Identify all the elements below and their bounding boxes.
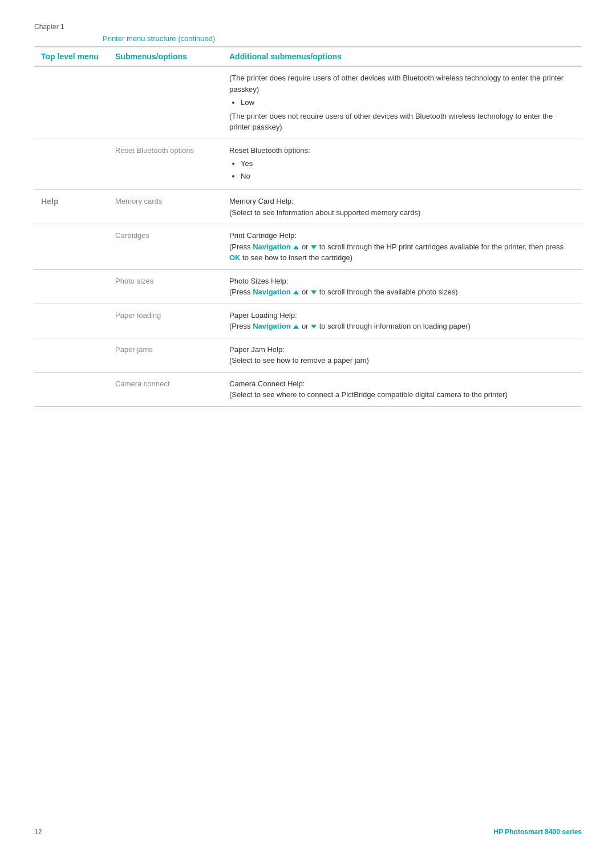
additional-cell: Memory Card Help: (Select to see informa… [222,190,582,224]
additional-sub: (Select to see where to connect a PictBr… [229,389,575,401]
table-row: Photo sizes Photo Sizes Help: (Press Nav… [34,269,582,304]
or-text: or [302,242,309,251]
page: Chapter 1 Printer menu structure (contin… [0,0,616,441]
nav-arrow-down-icon [311,245,317,249]
to-text-2: to [319,288,326,296]
additional-plain: Paper Loading Help: [229,310,575,321]
additional-cell: Paper Jam Help: (Select to see how to re… [222,338,582,372]
toplevel-cell [34,372,108,406]
submenu-cell: Cartridges [108,224,222,270]
product-name: HP Photosmart 8400 series [493,828,582,836]
additional-plain: Print Cartridge Help: [229,230,575,241]
table-title: Printer menu structure (continued) [103,34,582,43]
submenu-cell: Paper loading [108,304,222,338]
submenu-cell [108,66,222,139]
additional-nav: (Press Navigation or to scroll through t… [229,241,575,264]
nav-word-3: Navigation [253,322,290,330]
table-row: Paper jams Paper Jam Help: (Select to se… [34,338,582,372]
table-row: Reset Bluetooth options Reset Bluetooth … [34,139,582,190]
header-col1: Top level menu [34,47,108,66]
toplevel-cell: Help [34,190,108,224]
nav-arrow-up-icon-3 [293,325,299,329]
or-text-3: or [302,322,309,330]
toplevel-cell [34,66,108,139]
additional-sub: (Select to see information about support… [229,207,575,219]
menu-table: Top level menu Submenus/options Addition… [34,46,582,407]
additional-cell: Camera Connect Help: (Select to see wher… [222,372,582,406]
nav-arrow-down-icon-3 [311,325,317,329]
ok-word: OK [229,253,241,262]
submenu-cell: Reset Bluetooth options [108,139,222,190]
additional-nav3: (Press Navigation or to scroll through i… [229,321,575,332]
additional-plain: Photo Sizes Help: [229,276,575,287]
additional-cell: Print Cartridge Help: (Press Navigation … [222,224,582,270]
header-col2: Submenus/options [108,47,222,66]
page-number: 12 [34,828,42,836]
submenu-cell: Camera connect [108,372,222,406]
bullet-list: Yes No [229,158,575,181]
table-row: Cartridges Print Cartridge Help: (Press … [34,224,582,270]
chapter-label: Chapter 1 [34,23,582,31]
additional-cell: (The printer does require users of other… [222,66,582,139]
header-col3: Additional submenus/options [222,47,582,66]
footer: 12 HP Photosmart 8400 series [34,828,582,836]
additional-nav2: (Press Navigation or to scroll through t… [229,286,575,298]
additional-text-2: (The printer does not require users of o… [229,112,553,132]
toplevel-cell [34,139,108,190]
toplevel-cell [34,224,108,270]
submenu-cell: Memory cards [108,190,222,224]
list-item: Low [241,97,575,108]
additional-sub: (Select to see how to remove a paper jam… [229,355,575,366]
or-text-2: or [302,288,309,296]
nav-word-2: Navigation [253,288,290,296]
submenu-cell: Paper jams [108,338,222,372]
nav-arrow-down-icon-2 [311,290,317,294]
toplevel-cell [34,304,108,338]
bullet-list: Low [229,97,575,108]
nav-arrow-up-icon [293,245,299,249]
additional-plain: Paper Jam Help: [229,344,575,355]
to-text-3: to [319,322,326,330]
toplevel-cell [34,269,108,304]
list-item: No [241,171,575,182]
additional-text: (The printer does require users of other… [229,74,564,94]
to-text: to [319,242,326,251]
nav-word: Navigation [253,242,290,251]
additional-cell: Photo Sizes Help: (Press Navigation or t… [222,269,582,304]
additional-plain: Camera Connect Help: [229,378,575,390]
additional-cell: Paper Loading Help: (Press Navigation or… [222,304,582,338]
table-row: (The printer does require users of other… [34,66,582,139]
table-row: Help Memory cards Memory Card Help: (Sel… [34,190,582,224]
additional-plain: Memory Card Help: [229,196,575,207]
additional-cell: Reset Bluetooth options: Yes No [222,139,582,190]
nav-arrow-up-icon-2 [293,290,299,294]
toplevel-cell [34,338,108,372]
submenu-cell: Photo sizes [108,269,222,304]
additional-plain: Reset Bluetooth options: [229,146,310,155]
table-row: Paper loading Paper Loading Help: (Press… [34,304,582,338]
list-item: Yes [241,158,575,169]
table-row: Camera connect Camera Connect Help: (Sel… [34,372,582,406]
